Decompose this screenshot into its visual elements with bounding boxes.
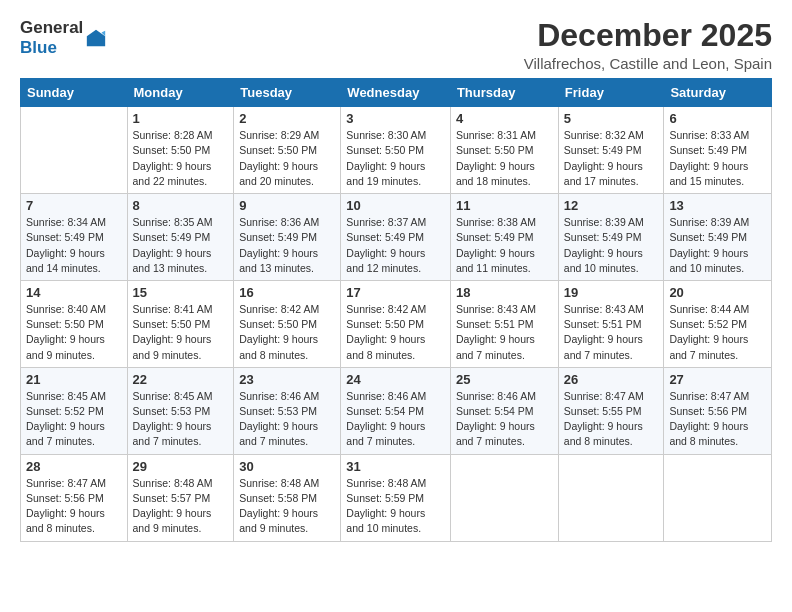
calendar-week-1: 7Sunrise: 8:34 AMSunset: 5:49 PMDaylight… <box>21 194 772 281</box>
col-wednesday: Wednesday <box>341 79 451 107</box>
day-info: Sunrise: 8:34 AMSunset: 5:49 PMDaylight:… <box>26 215 122 276</box>
day-number: 24 <box>346 372 445 387</box>
calendar-cell: 30Sunrise: 8:48 AMSunset: 5:58 PMDayligh… <box>234 454 341 541</box>
calendar-cell: 16Sunrise: 8:42 AMSunset: 5:50 PMDayligh… <box>234 280 341 367</box>
logo-general: General <box>20 18 83 38</box>
calendar-cell: 31Sunrise: 8:48 AMSunset: 5:59 PMDayligh… <box>341 454 451 541</box>
calendar-week-4: 28Sunrise: 8:47 AMSunset: 5:56 PMDayligh… <box>21 454 772 541</box>
day-number: 31 <box>346 459 445 474</box>
day-number: 28 <box>26 459 122 474</box>
day-info: Sunrise: 8:47 AMSunset: 5:55 PMDaylight:… <box>564 389 659 450</box>
calendar-cell <box>450 454 558 541</box>
day-number: 22 <box>133 372 229 387</box>
calendar-cell: 23Sunrise: 8:46 AMSunset: 5:53 PMDayligh… <box>234 367 341 454</box>
calendar-cell: 19Sunrise: 8:43 AMSunset: 5:51 PMDayligh… <box>558 280 664 367</box>
day-number: 8 <box>133 198 229 213</box>
day-number: 16 <box>239 285 335 300</box>
calendar-week-2: 14Sunrise: 8:40 AMSunset: 5:50 PMDayligh… <box>21 280 772 367</box>
calendar-cell: 13Sunrise: 8:39 AMSunset: 5:49 PMDayligh… <box>664 194 772 281</box>
header: General Blue December 2025 Villafrechos,… <box>20 18 772 72</box>
calendar-cell: 26Sunrise: 8:47 AMSunset: 5:55 PMDayligh… <box>558 367 664 454</box>
calendar-cell: 18Sunrise: 8:43 AMSunset: 5:51 PMDayligh… <box>450 280 558 367</box>
calendar-cell <box>664 454 772 541</box>
day-info: Sunrise: 8:28 AMSunset: 5:50 PMDaylight:… <box>133 128 229 189</box>
col-monday: Monday <box>127 79 234 107</box>
col-sunday: Sunday <box>21 79 128 107</box>
day-number: 25 <box>456 372 553 387</box>
calendar-cell: 20Sunrise: 8:44 AMSunset: 5:52 PMDayligh… <box>664 280 772 367</box>
calendar-cell: 7Sunrise: 8:34 AMSunset: 5:49 PMDaylight… <box>21 194 128 281</box>
subtitle: Villafrechos, Castille and Leon, Spain <box>524 55 772 72</box>
day-number: 27 <box>669 372 766 387</box>
day-number: 18 <box>456 285 553 300</box>
calendar-cell: 29Sunrise: 8:48 AMSunset: 5:57 PMDayligh… <box>127 454 234 541</box>
logo: General Blue <box>20 18 107 57</box>
logo-icon <box>85 27 107 49</box>
page: General Blue December 2025 Villafrechos,… <box>0 0 792 612</box>
calendar-cell: 27Sunrise: 8:47 AMSunset: 5:56 PMDayligh… <box>664 367 772 454</box>
calendar-week-0: 1Sunrise: 8:28 AMSunset: 5:50 PMDaylight… <box>21 107 772 194</box>
calendar-cell: 15Sunrise: 8:41 AMSunset: 5:50 PMDayligh… <box>127 280 234 367</box>
day-info: Sunrise: 8:31 AMSunset: 5:50 PMDaylight:… <box>456 128 553 189</box>
calendar-cell <box>21 107 128 194</box>
day-info: Sunrise: 8:47 AMSunset: 5:56 PMDaylight:… <box>26 476 122 537</box>
day-info: Sunrise: 8:43 AMSunset: 5:51 PMDaylight:… <box>456 302 553 363</box>
day-number: 13 <box>669 198 766 213</box>
day-info: Sunrise: 8:42 AMSunset: 5:50 PMDaylight:… <box>239 302 335 363</box>
day-info: Sunrise: 8:35 AMSunset: 5:49 PMDaylight:… <box>133 215 229 276</box>
day-number: 29 <box>133 459 229 474</box>
day-number: 19 <box>564 285 659 300</box>
col-thursday: Thursday <box>450 79 558 107</box>
day-number: 9 <box>239 198 335 213</box>
calendar-cell: 12Sunrise: 8:39 AMSunset: 5:49 PMDayligh… <box>558 194 664 281</box>
main-title: December 2025 <box>524 18 772 53</box>
day-info: Sunrise: 8:48 AMSunset: 5:57 PMDaylight:… <box>133 476 229 537</box>
calendar-cell: 22Sunrise: 8:45 AMSunset: 5:53 PMDayligh… <box>127 367 234 454</box>
day-info: Sunrise: 8:33 AMSunset: 5:49 PMDaylight:… <box>669 128 766 189</box>
day-number: 11 <box>456 198 553 213</box>
day-info: Sunrise: 8:44 AMSunset: 5:52 PMDaylight:… <box>669 302 766 363</box>
day-info: Sunrise: 8:40 AMSunset: 5:50 PMDaylight:… <box>26 302 122 363</box>
calendar-header-row: Sunday Monday Tuesday Wednesday Thursday… <box>21 79 772 107</box>
calendar-cell: 6Sunrise: 8:33 AMSunset: 5:49 PMDaylight… <box>664 107 772 194</box>
day-info: Sunrise: 8:47 AMSunset: 5:56 PMDaylight:… <box>669 389 766 450</box>
day-info: Sunrise: 8:36 AMSunset: 5:49 PMDaylight:… <box>239 215 335 276</box>
calendar-cell: 8Sunrise: 8:35 AMSunset: 5:49 PMDaylight… <box>127 194 234 281</box>
calendar-cell: 3Sunrise: 8:30 AMSunset: 5:50 PMDaylight… <box>341 107 451 194</box>
day-number: 23 <box>239 372 335 387</box>
day-number: 17 <box>346 285 445 300</box>
day-info: Sunrise: 8:45 AMSunset: 5:53 PMDaylight:… <box>133 389 229 450</box>
day-number: 4 <box>456 111 553 126</box>
col-saturday: Saturday <box>664 79 772 107</box>
day-info: Sunrise: 8:41 AMSunset: 5:50 PMDaylight:… <box>133 302 229 363</box>
day-number: 10 <box>346 198 445 213</box>
calendar-cell: 28Sunrise: 8:47 AMSunset: 5:56 PMDayligh… <box>21 454 128 541</box>
col-friday: Friday <box>558 79 664 107</box>
day-number: 12 <box>564 198 659 213</box>
calendar-cell <box>558 454 664 541</box>
calendar-cell: 21Sunrise: 8:45 AMSunset: 5:52 PMDayligh… <box>21 367 128 454</box>
day-number: 20 <box>669 285 766 300</box>
day-info: Sunrise: 8:29 AMSunset: 5:50 PMDaylight:… <box>239 128 335 189</box>
day-number: 3 <box>346 111 445 126</box>
calendar: Sunday Monday Tuesday Wednesday Thursday… <box>20 78 772 541</box>
logo-blue: Blue <box>20 38 83 58</box>
day-info: Sunrise: 8:45 AMSunset: 5:52 PMDaylight:… <box>26 389 122 450</box>
day-info: Sunrise: 8:38 AMSunset: 5:49 PMDaylight:… <box>456 215 553 276</box>
day-number: 21 <box>26 372 122 387</box>
day-number: 5 <box>564 111 659 126</box>
calendar-cell: 4Sunrise: 8:31 AMSunset: 5:50 PMDaylight… <box>450 107 558 194</box>
day-number: 30 <box>239 459 335 474</box>
calendar-cell: 10Sunrise: 8:37 AMSunset: 5:49 PMDayligh… <box>341 194 451 281</box>
calendar-cell: 17Sunrise: 8:42 AMSunset: 5:50 PMDayligh… <box>341 280 451 367</box>
day-info: Sunrise: 8:46 AMSunset: 5:53 PMDaylight:… <box>239 389 335 450</box>
day-info: Sunrise: 8:43 AMSunset: 5:51 PMDaylight:… <box>564 302 659 363</box>
day-number: 1 <box>133 111 229 126</box>
calendar-cell: 24Sunrise: 8:46 AMSunset: 5:54 PMDayligh… <box>341 367 451 454</box>
day-number: 2 <box>239 111 335 126</box>
calendar-cell: 25Sunrise: 8:46 AMSunset: 5:54 PMDayligh… <box>450 367 558 454</box>
calendar-cell: 14Sunrise: 8:40 AMSunset: 5:50 PMDayligh… <box>21 280 128 367</box>
day-info: Sunrise: 8:39 AMSunset: 5:49 PMDaylight:… <box>669 215 766 276</box>
day-info: Sunrise: 8:46 AMSunset: 5:54 PMDaylight:… <box>346 389 445 450</box>
day-number: 6 <box>669 111 766 126</box>
